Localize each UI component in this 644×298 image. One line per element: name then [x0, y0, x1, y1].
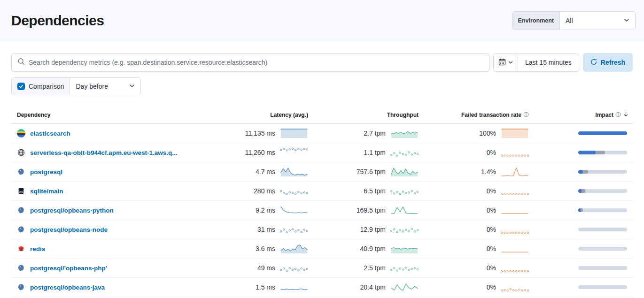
throughput-value: 2.7 tpm	[364, 130, 386, 137]
sqlite-icon	[17, 187, 25, 195]
chevron-down-icon	[624, 17, 629, 24]
impact-bar	[578, 228, 627, 231]
table-row: postgresql/'opbeans-php' 49 ms 2.5 tpm 0…	[11, 259, 633, 278]
chevron-down-icon	[508, 59, 513, 66]
date-picker-button[interactable]	[494, 53, 518, 71]
latency-sparkline	[280, 223, 308, 236]
environment-select[interactable]: All	[560, 12, 635, 30]
table-row: sqlite/main 280 ms 6.5 tpm 0%	[11, 182, 633, 201]
comparison-select[interactable]: Day before	[70, 78, 140, 95]
dependencies-page: Dependencies Environment All Last 15 min…	[0, 0, 644, 298]
failed-rate-sparkline	[501, 204, 529, 216]
failed-rate-sparkline	[501, 146, 529, 159]
dependency-link[interactable]: elasticsearch	[30, 130, 70, 137]
throughput-value: 1.1 tpm	[364, 149, 386, 156]
throughput-sparkline	[390, 243, 419, 255]
column-header-latency[interactable]: Latency (avg.)	[223, 108, 312, 124]
dependency-link[interactable]: postgresql/'opbeans-php'	[30, 265, 107, 272]
throughput-value: 2.5 tpm	[364, 264, 386, 272]
failed-rate-sparkline	[501, 127, 529, 139]
latency-sparkline	[280, 166, 308, 178]
search-box	[11, 53, 489, 72]
latency-sparkline	[280, 281, 308, 293]
latency-sparkline	[280, 243, 308, 255]
dependency-link[interactable]: redis	[30, 245, 45, 252]
environment-filter[interactable]: Environment All	[512, 11, 636, 30]
time-range-button[interactable]: Last 15 minutes	[518, 53, 579, 71]
failed-rate-sparkline	[501, 281, 529, 293]
failed-rate-value: 0%	[487, 226, 496, 233]
failed-rate-value: 0%	[487, 283, 496, 291]
column-header-failed-rate[interactable]: Failed transaction rate	[422, 108, 533, 124]
calendar-icon	[498, 58, 506, 67]
dependency-link[interactable]: postgresql/opbeans-java	[30, 284, 105, 291]
failed-rate-value: 0%	[487, 149, 496, 156]
environment-label: Environment	[512, 12, 560, 30]
latency-value: 49 ms	[257, 264, 275, 272]
column-header-dependency[interactable]: Dependency	[11, 108, 223, 124]
checkbox-icon	[17, 83, 25, 90]
date-picker-group: Last 15 minutes	[493, 53, 579, 72]
impact-bar	[578, 208, 627, 212]
postgresql-icon	[17, 168, 25, 176]
latency-sparkline	[280, 146, 308, 159]
table-row: postgresql 4.7 ms 757.6 tpm 1.4%	[11, 162, 633, 182]
throughput-value: 6.5 tpm	[364, 187, 386, 195]
info-icon	[615, 112, 621, 119]
search-icon	[17, 58, 25, 67]
search-input[interactable]	[29, 59, 483, 66]
latency-sparkline	[280, 204, 308, 216]
throughput-sparkline	[390, 127, 419, 139]
refresh-button[interactable]: Refresh	[583, 53, 633, 72]
latency-sparkline	[280, 185, 308, 197]
table-row: redis 3.6 ms 40.9 tpm 0%	[11, 239, 633, 259]
refresh-label: Refresh	[601, 59, 625, 66]
dependency-link[interactable]: serverless-qa-oblt-b944cf.apm.eu-west-1.…	[30, 149, 178, 156]
sort-desc-icon	[623, 111, 629, 119]
info-icon	[523, 112, 529, 119]
redis-icon	[17, 245, 25, 253]
column-header-impact[interactable]: Impact	[533, 108, 633, 124]
page-header: Dependencies Environment All	[0, 0, 644, 41]
globe-icon	[17, 148, 25, 157]
dependency-link[interactable]: sqlite/main	[30, 188, 63, 195]
page-title: Dependencies	[11, 13, 104, 29]
latency-value: 11,135 ms	[245, 130, 275, 137]
comparison-checkbox[interactable]: Comparison	[12, 78, 70, 95]
postgresql-icon	[17, 225, 25, 234]
failed-rate-sparkline	[501, 185, 529, 197]
throughput-value: 20.4 tpm	[360, 283, 386, 291]
dependency-link[interactable]: postgresql/opbeans-node	[30, 226, 108, 233]
dependency-link[interactable]: postgresql/opbeans-python	[30, 207, 114, 214]
dependency-link[interactable]: postgresql	[30, 168, 62, 176]
failed-rate-sparkline	[501, 223, 529, 236]
chevron-down-icon	[129, 83, 135, 90]
dependencies-table: Dependency Latency (avg.) Throughput Fai…	[11, 108, 633, 297]
failed-rate-value: 0%	[487, 206, 496, 214]
throughput-value: 169.5 tpm	[357, 206, 386, 214]
comparison-row: Comparison Day before	[11, 77, 633, 95]
elasticsearch-icon	[17, 129, 25, 138]
comparison-label: Comparison	[29, 83, 64, 90]
latency-value: 1.5 ms	[256, 283, 275, 291]
throughput-sparkline	[390, 146, 419, 159]
failed-rate-sparkline	[501, 166, 529, 178]
latency-sparkline	[280, 127, 308, 139]
environment-value: All	[566, 17, 573, 24]
refresh-icon	[590, 59, 597, 67]
postgresql-icon	[17, 283, 25, 291]
failed-rate-value: 1.4%	[481, 168, 496, 176]
failed-rate-value: 0%	[487, 264, 496, 272]
table-row: elasticsearch 11,135 ms 2.7 tpm 100%	[11, 124, 633, 143]
failed-rate-sparkline	[501, 243, 529, 255]
failed-rate-sparkline	[501, 262, 529, 274]
throughput-sparkline	[390, 166, 419, 178]
main-content: Last 15 minutes Refresh Comparison Day b…	[0, 41, 644, 297]
throughput-value: 40.9 tpm	[360, 245, 386, 252]
column-header-throughput[interactable]: Throughput	[312, 108, 422, 124]
throughput-sparkline	[390, 223, 419, 236]
latency-value: 11,260 ms	[245, 149, 275, 156]
failed-rate-value: 100%	[479, 130, 496, 137]
postgresql-icon	[17, 264, 25, 272]
failed-rate-value: 0%	[487, 187, 496, 195]
